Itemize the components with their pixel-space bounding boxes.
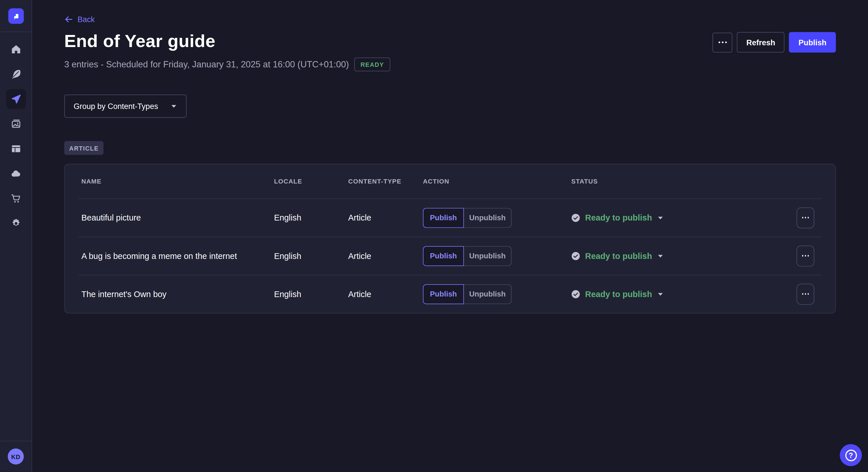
entry-name: A bug is becoming a meme on the internet [81,251,274,261]
home-icon [10,43,22,55]
entry-locale: English [274,251,348,261]
publish-release-button[interactable]: Publish [789,32,836,53]
back-arrow-icon [64,15,73,24]
back-link[interactable]: Back [64,15,95,24]
publish-toggle-button[interactable]: Publish [423,246,464,266]
unpublish-toggle-button[interactable]: Unpublish [464,284,512,304]
settings-gear-icon [10,218,22,229]
sidebar-item-settings[interactable] [6,213,26,233]
column-header-content-type: CONTENT-TYPE [348,178,423,185]
check-circle-icon [571,251,580,260]
table-row: Beautiful picture English Article Publis… [65,198,836,237]
sidebar-item-content-manager[interactable] [6,139,26,159]
check-circle-icon [571,290,580,299]
main-content: Back End of Year guide Refresh Publish 3… [32,0,868,472]
entry-content-type: Article [348,289,423,299]
entries-table: NAME LOCALE CONTENT-TYPE ACTION STATUS B… [64,164,836,314]
page-title: End of Year guide [64,31,216,51]
media-library-icon [10,119,22,130]
status-badge: READY [354,58,390,71]
entry-content-type: Article [348,251,423,261]
question-mark-icon: ? [845,449,857,461]
sidebar-nav [6,39,26,233]
entry-name: Beautiful picture [81,213,274,222]
entry-locale: English [274,213,348,222]
column-header-action: ACTION [423,178,571,185]
action-segmented-control: Publish Unpublish [423,284,512,304]
sidebar-item-home[interactable] [6,39,26,59]
release-schedule-subtitle: 3 entries - Scheduled for Friday, Januar… [64,59,349,69]
row-menu-button[interactable] [797,207,814,228]
sidebar-divider [0,32,32,32]
column-header-status: STATUS [571,178,797,185]
table-row: A bug is becoming a meme on the internet… [65,237,836,275]
ellipsis-icon [802,293,803,295]
more-actions-button[interactable] [713,32,733,52]
column-header-locale: LOCALE [274,178,348,185]
user-avatar[interactable]: KD [8,448,24,465]
ellipsis-icon [802,217,803,218]
feather-icon [10,69,22,80]
unpublish-toggle-button[interactable]: Unpublish [464,208,512,227]
title-row: End of Year guide Refresh Publish [64,31,836,53]
unpublish-toggle-button[interactable]: Unpublish [464,246,512,266]
entry-status[interactable]: Ready to publish [571,289,663,299]
entry-status[interactable]: Ready to publish [571,251,663,261]
entry-status[interactable]: Ready to publish [571,213,663,222]
row-menu-button[interactable] [797,283,814,304]
chevron-down-icon [657,291,663,297]
strapi-logo[interactable] [8,8,24,24]
sidebar-item-media-library[interactable] [6,114,26,134]
status-label: Ready to publish [585,289,652,299]
check-circle-icon [571,213,580,222]
status-label: Ready to publish [585,213,652,222]
sidebar-footer-divider [0,441,32,441]
cart-icon [10,193,22,204]
action-segmented-control: Publish Unpublish [423,208,512,227]
content-type-chip: ARTICLE [64,141,104,155]
app-root: KD Back End of Year guide Refresh Publis… [0,0,868,472]
sidebar-item-releases[interactable] [6,89,26,109]
chevron-down-icon [657,252,663,259]
sidebar-item-marketplace[interactable] [6,189,26,208]
strapi-logo-glyph [11,11,21,21]
table-header-row: NAME LOCALE CONTENT-TYPE ACTION STATUS [65,164,836,199]
publish-toggle-button[interactable]: Publish [423,284,464,304]
refresh-button[interactable]: Refresh [737,32,785,53]
group-by-select[interactable]: Group by Content-Types [64,95,186,118]
ellipsis-icon [718,42,720,43]
entry-locale: English [274,289,348,299]
content-manager-icon [10,143,22,154]
entry-content-type: Article [348,213,423,222]
help-button[interactable]: ? [840,444,862,466]
action-segmented-control: Publish Unpublish [423,246,512,266]
chevron-down-icon [170,103,177,109]
chevron-down-icon [657,214,663,221]
sidebar-footer: KD [0,441,32,472]
header-actions: Refresh Publish [713,32,836,53]
row-menu-button[interactable] [797,245,814,266]
paper-plane-icon [10,94,22,105]
publish-toggle-button[interactable]: Publish [423,208,464,227]
status-label: Ready to publish [585,251,652,261]
ellipsis-icon [802,255,803,257]
sidebar: KD [0,0,32,472]
sidebar-item-deploy[interactable] [6,164,26,183]
subtitle-row: 3 entries - Scheduled for Friday, Januar… [64,58,836,71]
group-by-label: Group by Content-Types [73,102,158,111]
cloud-icon [10,168,22,179]
sidebar-item-content-type-builder[interactable] [6,64,26,84]
table-row: The internet's Own boy English Article P… [65,275,836,313]
column-header-name: NAME [81,178,274,185]
entry-name: The internet's Own boy [81,289,274,299]
back-label: Back [78,15,95,24]
